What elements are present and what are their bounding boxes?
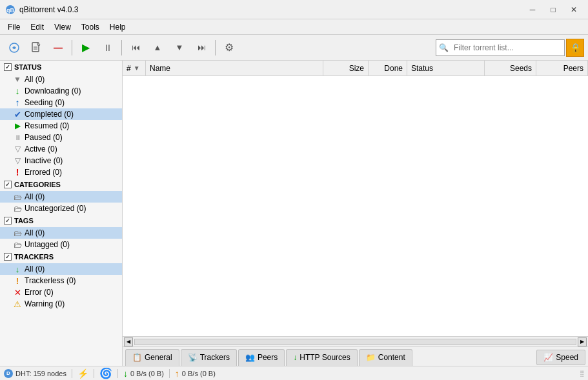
tags-section-label: TAGS <box>14 217 34 225</box>
speed-button[interactable]: 📈 Speed <box>536 350 585 365</box>
resize-icon: ⣿ <box>580 370 584 377</box>
sidebar-item-all-tags[interactable]: 🗁 All (0) <box>0 227 122 239</box>
col-header-size[interactable]: Size <box>323 61 369 75</box>
paused-icon: ⏸ <box>13 133 22 142</box>
sidebar-item-uncategorized-label: Uncategorized (0) <box>25 204 86 213</box>
sidebar-section-trackers[interactable]: ✓ TRACKERS <box>0 250 122 263</box>
lock-icon: 🔒 <box>570 43 581 53</box>
sidebar-item-resumed[interactable]: ▶ Resumed (0) <box>0 120 122 132</box>
all-categories-icon: 🗁 <box>13 192 22 201</box>
status-bar: D DHT: 159 nodes ⚡ 🌀 ↓ 0 B/s (0 B) ↑ 0 B… <box>0 366 588 380</box>
sidebar-item-downloading[interactable]: ↓ Downloading (0) <box>0 85 122 97</box>
search-input[interactable] <box>451 42 564 54</box>
sidebar-item-completed[interactable]: ✔ Completed (0) <box>0 108 122 120</box>
tab-trackers[interactable]: 📡 Trackers <box>181 349 237 366</box>
menu-file[interactable]: File <box>3 21 25 33</box>
sidebar-item-all-tags-label: All (0) <box>25 228 45 237</box>
title-bar: qB qBittorrent v4.0.3 ─ □ ✕ <box>0 0 588 19</box>
sidebar-item-paused[interactable]: ⏸ Paused (0) <box>0 132 122 143</box>
menu-help[interactable]: Help <box>105 21 131 33</box>
sidebar-item-all-categories[interactable]: 🗁 All (0) <box>0 191 122 203</box>
torrent-table[interactable]: # ▼ Name Size Done Status Seeds <box>123 61 588 336</box>
h-scrollbar[interactable]: ◀ ▶ <box>123 336 588 346</box>
sidebar-item-all-trackers[interactable]: ↓ All (0) <box>0 263 122 275</box>
app-icon: qB <box>5 5 15 15</box>
sidebar-section-status[interactable]: ✓ STATUS <box>0 61 122 74</box>
title-bar-left: qB qBittorrent v4.0.3 <box>5 5 78 15</box>
col-name-label: Name <box>150 64 170 73</box>
sidebar-item-warning-label: Warning (0) <box>25 299 65 308</box>
sidebar-item-uncategorized[interactable]: 🗁 Uncategorized (0) <box>0 203 122 214</box>
toolbar: — ▶ ⏸ ⏮ ▲ ▼ ⏭ ⚙ 🔍 🔒 <box>0 35 588 61</box>
pause-button[interactable]: ⏸ <box>97 38 118 57</box>
sidebar-item-trackerless[interactable]: ! Trackerless (0) <box>0 275 122 286</box>
peers-tab-icon: 👥 <box>245 353 255 362</box>
add-torrent-button[interactable] <box>26 38 46 57</box>
start-all-button[interactable]: ⏮ <box>125 38 146 57</box>
sidebar-item-errored-label: Errored (0) <box>25 168 62 177</box>
sidebar-item-error-label: Error (0) <box>25 288 54 297</box>
sidebar-section-categories[interactable]: ✓ CATEGORIES <box>0 178 122 191</box>
options-button[interactable]: ⚙ <box>219 38 239 57</box>
toolbar-sep-1 <box>72 40 72 55</box>
search-icon: 🔍 <box>436 42 451 54</box>
http-sources-tab-icon: ↓ <box>293 353 297 362</box>
seeding-icon: ↑ <box>13 98 22 107</box>
move-end-button[interactable]: ⏭ <box>191 38 212 57</box>
lock-button[interactable]: 🔒 <box>566 39 584 57</box>
sidebar-item-all-categories-label: All (0) <box>25 192 45 201</box>
minimize-button[interactable]: ─ <box>523 3 542 16</box>
move-down-button[interactable]: ▼ <box>169 38 190 57</box>
sidebar-item-downloading-label: Downloading (0) <box>25 86 81 95</box>
sidebar-item-errored[interactable]: ! Errored (0) <box>0 166 122 178</box>
menu-tools[interactable]: Tools <box>76 21 105 33</box>
remove-button[interactable]: — <box>48 38 68 57</box>
sidebar-section-tags[interactable]: ✓ TAGS <box>0 214 122 227</box>
status-sep-2 <box>94 369 94 378</box>
h-scrollbar-track[interactable] <box>134 339 576 345</box>
sidebar-item-untagged[interactable]: 🗁 Untagged (0) <box>0 239 122 250</box>
scroll-left-button[interactable]: ◀ <box>124 337 133 346</box>
menu-edit[interactable]: Edit <box>25 21 49 33</box>
maximize-button[interactable]: □ <box>544 3 562 16</box>
col-header-done[interactable]: Done <box>369 61 407 75</box>
close-button[interactable]: ✕ <box>565 3 583 16</box>
active-icon: ▽ <box>13 145 22 154</box>
dht-icon: D <box>4 369 13 378</box>
peers-tab-label: Peers <box>258 353 278 362</box>
add-link-button[interactable] <box>4 38 25 57</box>
sidebar-item-seeding[interactable]: ↑ Seeding (0) <box>0 97 122 108</box>
status-sep-4 <box>169 369 170 378</box>
categories-checkbox: ✓ <box>4 181 12 188</box>
col-header-hash[interactable]: # ▼ <box>123 61 146 75</box>
tab-content[interactable]: 📁 Content <box>359 349 412 366</box>
sort-hash-icon[interactable]: ▼ <box>132 64 141 73</box>
sidebar-item-active[interactable]: ▽ Active (0) <box>0 143 122 155</box>
trackers-checkbox: ✓ <box>4 253 12 261</box>
col-header-peers[interactable]: Peers <box>536 61 588 75</box>
up-speed-text: 0 B/s (0 B) <box>182 370 216 377</box>
toolbar-sep-2 <box>121 40 122 55</box>
sidebar-item-inactive[interactable]: ▽ Inactive (0) <box>0 155 122 166</box>
tab-general[interactable]: 📋 General <box>125 349 179 366</box>
trackers-tab-label: Trackers <box>200 353 230 362</box>
sidebar-item-active-label: Active (0) <box>25 145 57 154</box>
menu-view[interactable]: View <box>49 21 76 33</box>
errored-icon: ! <box>13 168 22 177</box>
col-header-name[interactable]: Name <box>146 61 323 75</box>
down-speed-text: 0 B/s (0 B) <box>130 370 164 377</box>
sidebar-item-all[interactable]: ▼ All (0) <box>0 74 122 85</box>
start-button[interactable]: ▶ <box>76 38 96 57</box>
move-up-button[interactable]: ▲ <box>147 38 168 57</box>
col-header-status[interactable]: Status <box>407 61 485 75</box>
sidebar-item-warning[interactable]: ⚠ Warning (0) <box>0 298 122 310</box>
trackers-section-label: TRACKERS <box>14 253 54 261</box>
col-header-seeds[interactable]: Seeds <box>485 61 536 75</box>
speed-icon: 📈 <box>543 353 553 362</box>
resize-grip: ⣿ <box>580 370 584 377</box>
sidebar-item-error[interactable]: ✕ Error (0) <box>0 286 122 298</box>
tab-peers[interactable]: 👥 Peers <box>238 349 285 366</box>
tab-http-sources[interactable]: ↓ HTTP Sources <box>286 349 357 366</box>
scroll-right-button[interactable]: ▶ <box>578 337 587 346</box>
sidebar-item-resumed-label: Resumed (0) <box>25 121 69 130</box>
